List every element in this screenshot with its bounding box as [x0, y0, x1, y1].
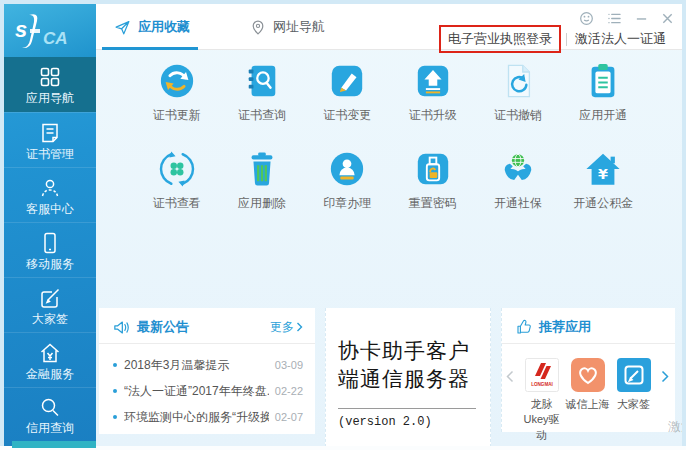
tab-label: 应用收藏 — [138, 18, 190, 36]
app-longmai-ukey[interactable]: LONGMAI 龙脉Ukey驱动 — [519, 358, 565, 443]
carousel-prev-icon[interactable] — [504, 370, 517, 383]
notice-item-text: 环境监测中心的服务“升级换... — [124, 409, 269, 426]
tab-url-navigation[interactable]: 网址导航 — [246, 4, 329, 50]
sidebar-item-cert-management[interactable]: 证书管理 — [4, 112, 96, 167]
grid-item-label: 证书变更 — [323, 107, 371, 124]
sign-pen-icon — [38, 286, 62, 310]
window-controls — [579, 11, 674, 26]
grid-item-cert-view[interactable]: 证书查看 — [134, 150, 219, 212]
grid-item-cert-query[interactable]: 证书查询 — [219, 62, 304, 124]
dajiaqian-icon — [617, 358, 651, 392]
notice-item-text: 2018年3月温馨提示 — [124, 357, 269, 374]
grid-item-social-security[interactable]: 开通社保 — [475, 150, 560, 212]
housing-fund-icon: ¥ — [584, 150, 622, 188]
minimize-icon[interactable] — [635, 12, 648, 25]
links-divider — [566, 33, 567, 46]
grid-item-cert-revoke[interactable]: 证书撤销 — [475, 62, 560, 124]
notice-item-date: 03-09 — [275, 359, 303, 371]
seal-handle-icon — [328, 150, 366, 188]
activation-watermark: 激活 — [668, 418, 682, 436]
grid-item-label: 证书升级 — [409, 107, 457, 124]
bottom-teal-accent — [12, 441, 96, 448]
app-name: 诚信上海 — [566, 397, 610, 412]
tab-label: 网址导航 — [273, 18, 325, 36]
svg-text:¥: ¥ — [598, 166, 608, 182]
recommend-panel: 推荐应用 LONGMAI — [501, 308, 675, 432]
sidebar-item-label: 客服中心 — [26, 203, 74, 215]
grid-item-app-activate[interactable]: 应用开通 — [561, 62, 646, 124]
main-content: 应用收藏 网址导航 — [96, 4, 682, 446]
app-carousel: LONGMAI 龙脉Ukey驱动 诚信上海 — [502, 344, 675, 443]
finance-house-icon — [38, 341, 62, 365]
thumbs-up-icon — [516, 319, 532, 335]
sidebar: s CA 应用导航 — [4, 4, 96, 446]
notice-item[interactable]: 2018年3月温馨提示 03-09 — [113, 352, 303, 378]
tab-bar: 应用收藏 网址导航 — [110, 4, 329, 50]
grid-item-label: 证书查看 — [153, 195, 201, 212]
grid-item-label: 应用删除 — [238, 195, 286, 212]
notice-item-text: “法人一证通”2017年年终盘... — [124, 383, 269, 400]
app-window: s CA 应用导航 — [0, 0, 686, 450]
notice-item[interactable]: 环境监测中心的服务“升级换... 02-07 — [113, 404, 303, 430]
carousel-next-icon[interactable] — [659, 370, 672, 383]
sidebar-item-app-navigation[interactable]: 应用导航 — [4, 57, 96, 112]
customer-service-icon — [38, 176, 62, 200]
grid-item-reset-password[interactable]: 重置密码 — [390, 150, 475, 212]
sidebar-item-customer-service[interactable]: 客服中心 — [4, 167, 96, 222]
app-chengxin-shanghai[interactable]: 诚信上海 — [565, 358, 611, 443]
grid-item-cert-renew[interactable]: 证书更新 — [134, 62, 219, 124]
sidebar-item-dajiaqian[interactable]: 大家签 — [4, 277, 96, 332]
app-delete-icon — [243, 150, 281, 188]
sidebar-item-label: 应用导航 — [26, 92, 74, 104]
app-icon-grid: 证书更新 证书查询 — [134, 62, 646, 212]
notice-more-link[interactable]: 更多 — [270, 319, 303, 336]
activate-faren-link[interactable]: 激活法人一证通 — [569, 26, 672, 52]
grid-item-cert-upgrade[interactable]: 证书升级 — [390, 62, 475, 124]
notice-list: 2018年3月温馨提示 03-09 “法人一证通”2017年年终盘... 02-… — [99, 344, 315, 430]
top-bar: 应用收藏 网址导航 — [96, 4, 682, 50]
grid-item-seal-handle[interactable]: 印章办理 — [305, 150, 390, 212]
bullet-icon — [113, 389, 117, 393]
cert-change-icon — [328, 62, 366, 100]
grid-item-label: 印章办理 — [323, 195, 371, 212]
longmai-logo-icon: LONGMAI — [525, 358, 559, 392]
bullet-icon — [113, 363, 117, 367]
sidebar-item-label: 大家签 — [32, 313, 68, 325]
sidebar-item-credit-query[interactable]: 信用查询 — [4, 387, 96, 440]
notice-item-date: 02-22 — [275, 385, 303, 397]
sidebar-item-label: 移动服务 — [26, 258, 74, 270]
header-links: 电子营业执照登录 激活法人一证通 — [439, 25, 672, 53]
recommended-apps: LONGMAI 龙脉Ukey驱动 诚信上海 — [517, 358, 659, 443]
location-pin-icon — [250, 19, 266, 36]
ebl-login-link[interactable]: 电子营业执照登录 — [439, 25, 561, 53]
svg-text:s: s — [15, 17, 27, 42]
feedback-icon[interactable] — [579, 11, 594, 26]
sidebar-item-label: 金融服务 — [26, 368, 74, 380]
promo-panel: 协卡助手客户 端通信服务器 (version 2.0) — [325, 308, 491, 446]
paper-plane-icon — [114, 19, 131, 36]
close-icon[interactable] — [661, 12, 674, 25]
app-dajiaqian[interactable]: 大家签 — [611, 358, 657, 443]
notice-item-date: 02-07 — [275, 411, 303, 423]
chevron-right-icon — [296, 322, 303, 332]
cert-renew-icon — [158, 62, 196, 100]
sidebar-item-label: 信用查询 — [26, 422, 74, 434]
credit-search-icon — [38, 395, 62, 419]
speaker-icon — [113, 320, 130, 335]
mobile-phone-icon — [38, 231, 62, 255]
sidebar-item-mobile-service[interactable]: 移动服务 — [4, 222, 96, 277]
app-activate-icon — [584, 62, 622, 100]
sidebar-item-finance-service[interactable]: 金融服务 — [4, 332, 96, 387]
menu-icon[interactable] — [607, 12, 622, 25]
tab-app-favorites[interactable]: 应用收藏 — [110, 4, 194, 50]
grid-item-cert-change[interactable]: 证书变更 — [305, 62, 390, 124]
svg-text:CA: CA — [43, 29, 68, 48]
notice-item[interactable]: “法人一证通”2017年年终盘... 02-22 — [113, 378, 303, 404]
cert-revoke-icon — [499, 62, 537, 100]
grid-item-app-delete[interactable]: 应用删除 — [219, 150, 304, 212]
grid-item-label: 证书查询 — [238, 107, 286, 124]
notice-title: 最新公告 — [137, 318, 263, 336]
grid-item-housing-fund[interactable]: ¥ 开通公积金 — [561, 150, 646, 212]
promo-version: (version 2.0) — [338, 415, 478, 429]
sidebar-item-label: 证书管理 — [26, 148, 74, 160]
